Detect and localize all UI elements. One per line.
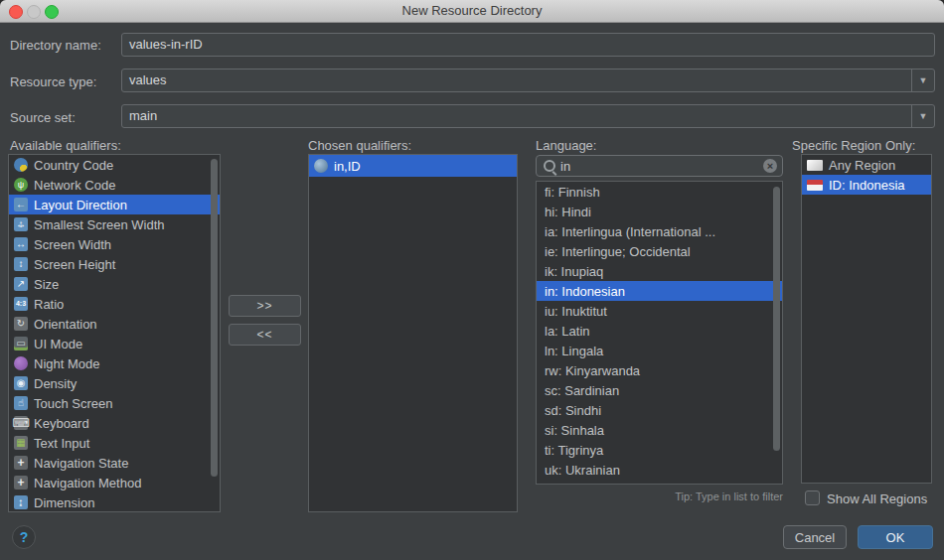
specific-region-label: Specific Region Only: xyxy=(792,138,915,153)
qualifier-item-night-mode[interactable]: Night Mode xyxy=(9,353,220,373)
keypad-icon: ▦ xyxy=(14,436,28,450)
chosen-qualifiers-list[interactable]: in,ID xyxy=(308,154,518,512)
clear-search-icon[interactable]: × xyxy=(763,159,777,173)
available-qualifiers-label: Available qualifiers: xyxy=(10,138,121,153)
ratio-icon: 4:3 xyxy=(14,297,28,311)
chevron-down-icon[interactable]: ▼ xyxy=(911,105,934,127)
language-item[interactable]: si: Sinhala xyxy=(537,420,782,440)
title-bar: New Resource Directory xyxy=(0,0,944,23)
qualifier-item-ui-mode[interactable]: ▭ UI Mode xyxy=(9,334,220,353)
language-item[interactable]: fi: Finnish xyxy=(537,182,782,202)
qualifier-item-dimension[interactable]: ↨ Dimension xyxy=(9,492,220,512)
add-qualifier-button[interactable]: >> xyxy=(229,295,301,317)
language-item[interactable]: ia: Interlingua (International ... xyxy=(537,221,782,241)
monitor-icon: ▭ xyxy=(14,337,28,350)
language-list-scrollbar[interactable] xyxy=(773,187,780,451)
touch-hand-icon: ☝ xyxy=(14,396,28,410)
qualifier-item-navigation-state[interactable]: + Navigation State xyxy=(9,453,220,473)
help-button[interactable]: ? xyxy=(12,525,36,549)
available-list-scrollbar[interactable] xyxy=(211,159,218,477)
source-set-select[interactable]: main ▼ xyxy=(121,104,935,128)
resize-cross-icon: ↔↕ xyxy=(14,217,28,231)
region-list[interactable]: Any Region ID: Indonesia xyxy=(801,154,932,484)
language-label: Language: xyxy=(536,138,596,153)
language-item[interactable]: hi: Hindi xyxy=(537,202,782,221)
qualifier-item-layout-direction[interactable]: ← Layout Direction xyxy=(9,195,220,214)
show-all-regions-label: Show All Regions xyxy=(827,491,927,506)
density-icon: ◉ xyxy=(14,376,28,390)
language-item[interactable]: la: Latin xyxy=(537,321,782,341)
keyboard-icon: ⌨ xyxy=(14,416,28,430)
language-list[interactable]: fi: Finnish hi: Hindi ia: Interlingua (I… xyxy=(536,181,783,485)
qualifier-item-smallest-screen-width[interactable]: ↔↕ Smallest Screen Width xyxy=(9,214,220,234)
qualifier-item-touch-screen[interactable]: ☝ Touch Screen xyxy=(9,393,220,413)
new-resource-directory-dialog: New Resource Directory Directory name: v… xyxy=(0,0,944,560)
filter-tip-text: Tip: Type in list to filter xyxy=(675,490,783,502)
indonesia-flag-icon xyxy=(807,180,823,191)
resource-type-select[interactable]: values ▼ xyxy=(121,69,935,92)
qualifier-item-navigation-method[interactable]: + Navigation Method xyxy=(9,473,220,492)
qualifier-item-keyboard[interactable]: ⌨ Keyboard xyxy=(9,413,220,433)
chevron-down-icon[interactable]: ▼ xyxy=(911,70,934,91)
chosen-qualifiers-label: Chosen qualifiers: xyxy=(308,138,411,153)
language-item[interactable]: ti: Tigrinya xyxy=(537,440,782,460)
language-search-field[interactable]: in × xyxy=(536,155,783,177)
language-item[interactable]: ln: Lingala xyxy=(537,341,782,360)
horizontal-arrow-icon: ↔ xyxy=(14,237,28,251)
directory-name-label: Directory name: xyxy=(10,38,101,54)
dpad-eye-icon: + xyxy=(14,456,28,470)
source-set-label: Source set: xyxy=(10,110,76,126)
qualifier-item-size[interactable]: ↗ Size xyxy=(9,274,220,294)
language-item[interactable]: sd: Sindhi xyxy=(537,400,782,420)
region-item-indonesia[interactable]: ID: Indonesia xyxy=(802,175,931,195)
globe-icon xyxy=(14,158,28,172)
dimension-icon: ↨ xyxy=(14,495,28,509)
language-item-partial[interactable]: zh: Chinese xyxy=(537,480,782,485)
language-item[interactable]: uk: Ukrainian xyxy=(537,460,782,480)
moon-icon xyxy=(14,356,28,370)
source-set-value: main xyxy=(129,108,157,123)
qualifier-item-ratio[interactable]: 4:3 Ratio xyxy=(9,294,220,314)
dpad-icon: + xyxy=(14,476,28,490)
language-item[interactable]: rw: Kinyarwanda xyxy=(537,360,782,380)
left-arrow-icon: ← xyxy=(14,198,28,211)
qualifier-item-density[interactable]: ◉ Density xyxy=(9,373,220,393)
language-item[interactable]: sc: Sardinian xyxy=(537,380,782,400)
search-icon xyxy=(544,160,555,172)
cancel-button[interactable]: Cancel xyxy=(783,525,847,549)
resource-type-value: values xyxy=(129,72,167,87)
qualifier-item-screen-width[interactable]: ↔ Screen Width xyxy=(9,234,220,254)
remove-qualifier-button[interactable]: << xyxy=(229,324,301,346)
qualifier-item-orientation[interactable]: ↻ Orientation xyxy=(9,314,220,334)
available-qualifiers-list[interactable]: Country Code ψ Network Code ← Layout Dir… xyxy=(8,154,221,512)
globe-icon xyxy=(314,159,328,173)
qualifier-item-screen-height[interactable]: ↕ Screen Height xyxy=(9,254,220,274)
language-item[interactable]: iu: Inuktitut xyxy=(537,301,782,321)
vertical-arrow-icon: ↕ xyxy=(14,257,28,271)
region-item-any[interactable]: Any Region xyxy=(802,155,931,175)
chosen-item-locale[interactable]: in,ID xyxy=(309,155,517,177)
language-item[interactable]: ie: Interlingue; Occidental xyxy=(537,241,782,261)
rotate-icon: ↻ xyxy=(14,317,28,331)
diagonal-arrow-icon: ↗ xyxy=(14,277,28,291)
any-region-flag-icon xyxy=(807,160,823,171)
language-item[interactable]: ik: Inupiaq xyxy=(537,261,782,281)
ok-button[interactable]: OK xyxy=(858,525,933,549)
language-item-selected[interactable]: in: Indonesian xyxy=(537,281,782,301)
qualifier-item-network-code[interactable]: ψ Network Code xyxy=(9,175,220,195)
antenna-icon: ψ xyxy=(14,178,28,192)
resource-type-label: Resource type: xyxy=(10,74,96,90)
directory-name-input[interactable]: values-in-rID xyxy=(121,33,935,57)
qualifier-item-country-code[interactable]: Country Code xyxy=(9,155,220,175)
language-search-input[interactable]: in xyxy=(560,158,570,176)
show-all-regions-checkbox[interactable] xyxy=(805,490,820,505)
window-title: New Resource Directory xyxy=(0,3,944,18)
qualifier-item-text-input[interactable]: ▦ Text Input xyxy=(9,433,220,453)
